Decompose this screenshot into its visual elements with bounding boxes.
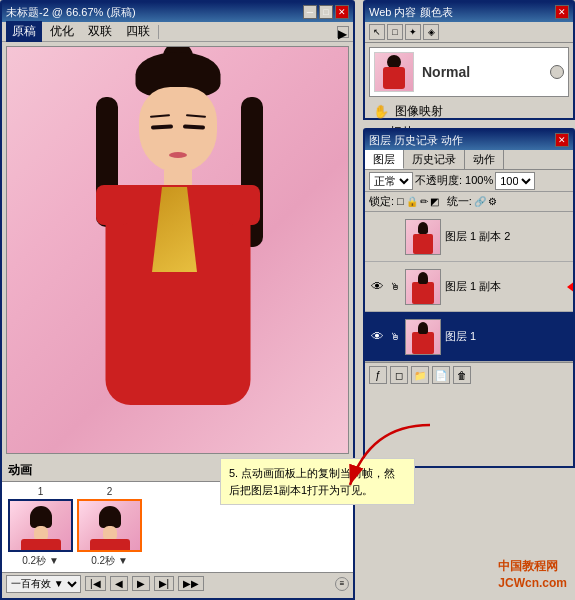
layer-row-copy2[interactable]: 图层 1 副本 2 (365, 212, 573, 262)
main-canvas-window: 未标题-2 @ 66.67% (原稿) ─ □ ✕ 原稿 优化 双联 四联 ▶ (0, 0, 355, 470)
opacity-label: 不透明度: 100% (415, 173, 493, 188)
layers-close-icon: ✕ (558, 135, 566, 145)
layers-title: 图层 历史记录 动作 (369, 133, 463, 148)
canvas-area (6, 46, 349, 454)
tab-layers[interactable]: 图层 (365, 150, 404, 169)
layer-arrow-indicator (567, 281, 573, 293)
shoulder-right (225, 185, 260, 225)
tab-quad[interactable]: 四联 (120, 21, 156, 42)
lock-label: 锁定: □ (369, 194, 404, 209)
play-prev-btn[interactable]: ◀ (110, 576, 128, 591)
frame-thumb-2[interactable] (77, 499, 142, 552)
frame-thumb-1[interactable] (8, 499, 73, 552)
web-content-panel: Web 内容 颜色表 ✕ ↖ □ ✦ ◈ Normal ✋ 图像映射 (363, 0, 575, 120)
frame-num-2: 2 (107, 486, 113, 497)
more-icon: ⚙ (488, 196, 497, 207)
play-first-btn[interactable]: |◀ (85, 576, 106, 591)
layer-row-1[interactable]: 👁 🖱 图层 1 (365, 312, 573, 362)
anim-frame-1: 1 0.2秒 ▼ (8, 486, 73, 568)
layers-bottom-toolbar: ƒ ◻ 📁 📄 🗑 (365, 362, 573, 387)
blend-mode-select[interactable]: 正常 (369, 172, 413, 190)
watermark-line2: JCWcn.com (498, 575, 567, 592)
maximize-icon: □ (323, 7, 328, 17)
view-tabs: 原稿 优化 双联 四联 ▶ (2, 22, 353, 42)
layer-name-copy2: 图层 1 副本 2 (445, 229, 569, 244)
web-panel-title-bar: Web 内容 颜色表 ✕ (365, 2, 573, 22)
tab-history[interactable]: 历史记录 (404, 150, 465, 169)
anim-frame-2: 2 0.2秒 ▼ (77, 486, 142, 568)
layer-new-btn[interactable]: 📄 (432, 366, 450, 384)
toolbar-icon-3[interactable]: ✦ (405, 24, 421, 40)
layers-title-bar: 图层 历史记录 动作 ✕ (365, 130, 573, 150)
toolbar-icon-1[interactable]: ↖ (369, 24, 385, 40)
layers-blend-toolbar: 正常 不透明度: 100% 100% (365, 170, 573, 192)
normal-label: Normal (422, 64, 470, 80)
tab-optimize[interactable]: 优化 (44, 21, 80, 42)
link-1: 🖱 (389, 331, 401, 342)
main-title-bar: 未标题-2 @ 66.67% (原稿) ─ □ ✕ (2, 2, 353, 22)
layers-close-button[interactable]: ✕ (555, 133, 569, 147)
layer-name-1: 图层 1 (445, 329, 569, 344)
frame-num-1: 1 (38, 486, 44, 497)
face (139, 87, 217, 172)
panel-arrow[interactable]: ▶ (337, 26, 349, 38)
close-icon: ✕ (338, 7, 346, 17)
fill-label: 统一: (447, 194, 472, 209)
layer-style-btn[interactable]: ƒ (369, 366, 387, 384)
toolbar-icon-4[interactable]: ◈ (423, 24, 439, 40)
web-mini-toolbar: ↖ □ ✦ ◈ (365, 22, 573, 43)
hand-icon: ✋ (373, 104, 389, 119)
window-controls: ─ □ ✕ (303, 5, 349, 19)
eye-icon-1: 👁 (371, 329, 384, 344)
play-next-btn[interactable]: ▶| (154, 576, 175, 591)
preview-thumbnail (374, 52, 414, 92)
canvas-image (7, 47, 348, 453)
fill-icon: ◩ (430, 196, 439, 207)
layers-tab-bar: 图层 历史记录 动作 (365, 150, 573, 170)
eye-icon-copy1: 👁 (371, 279, 384, 294)
vis-toggle-copy2[interactable] (369, 229, 385, 245)
play-last-btn[interactable]: ▶▶ (178, 576, 204, 591)
close-button[interactable]: ✕ (335, 5, 349, 19)
web-close-icon: ✕ (558, 7, 566, 17)
web-close-button[interactable]: ✕ (555, 5, 569, 19)
layer-mask-btn[interactable]: ◻ (390, 366, 408, 384)
web-preview-row: Normal (369, 47, 569, 97)
layer-row-copy1[interactable]: 👁 🖱 图层 1 副本 (365, 262, 573, 312)
vis-toggle-copy1[interactable]: 👁 (369, 279, 385, 295)
minimize-button[interactable]: ─ (303, 5, 317, 19)
tab-original[interactable]: 原稿 (6, 21, 42, 42)
image-map-item[interactable]: ✋ 图像映射 (369, 101, 569, 122)
vis-toggle-1[interactable]: 👁 (369, 329, 385, 345)
layers-panel: 图层 历史记录 动作 ✕ 图层 历史记录 动作 正常 不透明度: 100% 10… (363, 128, 575, 468)
play-stop-btn[interactable]: ▶ (132, 576, 150, 591)
tab-actions[interactable]: 动作 (465, 150, 504, 169)
layer-group-btn[interactable]: 📁 (411, 366, 429, 384)
opacity-value-select[interactable]: 100% (495, 172, 535, 190)
layers-list: 图层 1 副本 2 👁 🖱 图层 1 副本 👁 🖱 (365, 212, 573, 362)
loop-select[interactable]: 一百有效 ▼ (6, 575, 81, 593)
pencil-icon: ✏ (420, 196, 428, 207)
lady-figure (88, 57, 268, 437)
layer-thumb-1 (405, 319, 441, 355)
right-eye (182, 124, 204, 129)
web-panel-title: Web 内容 颜色表 (369, 5, 453, 20)
tab-dual[interactable]: 双联 (82, 21, 118, 42)
layer-delete-btn[interactable]: 🗑 (453, 366, 471, 384)
layer-name-copy1: 图层 1 副本 (445, 279, 569, 294)
toolbar-icon-2[interactable]: □ (387, 24, 403, 40)
circle-button[interactable] (550, 65, 564, 79)
anim-menu-btn[interactable]: ≡ (335, 577, 349, 591)
frame-time-2[interactable]: 0.2秒 ▼ (91, 554, 128, 568)
maximize-button[interactable]: □ (319, 5, 333, 19)
minimize-icon: ─ (307, 7, 313, 17)
frame-time-1[interactable]: 0.2秒 ▼ (22, 554, 59, 568)
link-copy1: 🖱 (389, 281, 401, 292)
left-eye (150, 124, 172, 129)
main-window-title: 未标题-2 @ 66.67% (原稿) (6, 5, 136, 20)
watermark: 中国教程网 JCWcn.com (498, 558, 567, 592)
layers-controls: ✕ (555, 133, 569, 147)
shoulder-left (96, 185, 131, 225)
lock-icon: 🔒 (406, 196, 418, 207)
right-eyebrow (185, 114, 205, 118)
